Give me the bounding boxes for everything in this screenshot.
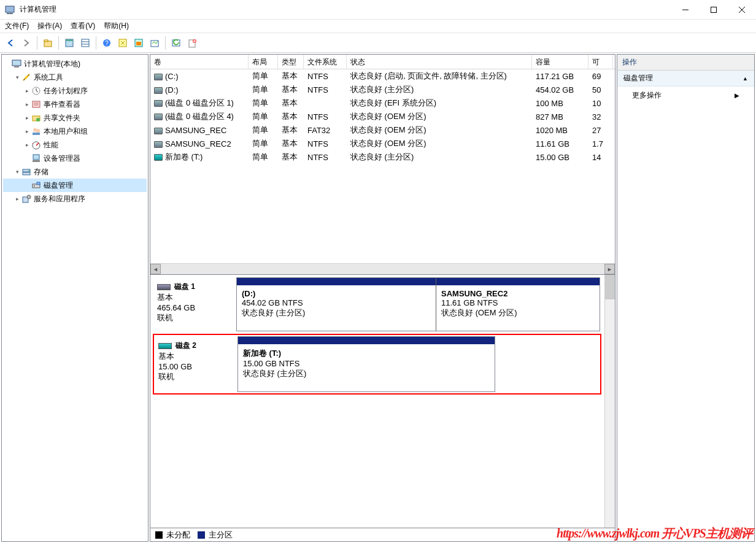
- tree-system-tools[interactable]: ▾ 系统工具: [3, 71, 147, 84]
- clock-icon: [31, 86, 41, 96]
- tree-pane: ▶ 计算机管理(本地) ▾ 系统工具 ▸ 任务计划程序 ▸ 事件查看器 ▸: [1, 54, 148, 542]
- tree-label: 设备管理器: [44, 153, 80, 164]
- properties-button[interactable]: [185, 36, 199, 50]
- tree-task-scheduler[interactable]: ▸ 任务计划程序: [3, 84, 147, 98]
- tree-label: 共享文件夹: [44, 113, 80, 123]
- actions-header: 操作: [617, 55, 754, 71]
- toolbar-btn-a[interactable]: [63, 36, 76, 50]
- svg-line-35: [33, 143, 33, 144]
- minimize-button[interactable]: [671, 0, 700, 20]
- tree-event-viewer[interactable]: ▸ 事件查看器: [3, 98, 147, 111]
- col-volume[interactable]: 卷: [150, 55, 249, 69]
- scroll-thumb[interactable]: [605, 275, 615, 299]
- toolbar-separator: [37, 36, 37, 50]
- svg-point-46: [28, 196, 29, 198]
- back-button[interactable]: [4, 36, 17, 50]
- disk-info[interactable]: 磁盘 1 基本 465.64 GB 联机: [154, 277, 231, 331]
- volume-row[interactable]: (磁盘 0 磁盘分区 1)简单基本状态良好 (EFI 系统分区)100 MB10: [150, 96, 615, 110]
- partition-block[interactable]: SAMSUNG_REC2 11.61 GB NTFS 状态良好 (OEM 分区): [436, 278, 600, 331]
- titlebar: 计算机管理: [0, 0, 756, 20]
- center-pane: 卷 布局 类型 文件系统 状态 容量 可 (C:)简单基本NTFS状态良好 (启…: [150, 54, 615, 542]
- help-button[interactable]: ?: [100, 36, 114, 50]
- toolbar-btn-d[interactable]: [132, 36, 145, 50]
- volume-icon: [154, 114, 163, 120]
- svg-point-40: [28, 170, 29, 171]
- toolbar: ?: [0, 33, 756, 53]
- toolbar-btn-c[interactable]: [116, 36, 129, 50]
- tree-label: 存储: [34, 167, 48, 177]
- tree-storage[interactable]: ▾ 存储: [3, 165, 147, 179]
- expand-icon[interactable]: ▸: [23, 142, 31, 148]
- actions-section-diskmgmt[interactable]: 磁盘管理 ▲: [617, 71, 754, 87]
- expand-icon[interactable]: ▸: [23, 115, 31, 121]
- svg-rect-0: [6, 6, 14, 12]
- volume-row[interactable]: (磁盘 0 磁盘分区 4)简单基本NTFS状态良好 (OEM 分区)827 MB…: [150, 110, 615, 123]
- partition-block[interactable]: 新加卷 (T:) 15.00 GB NTFS 状态良好 (主分区): [238, 337, 495, 391]
- toolbar-btn-b[interactable]: [79, 36, 92, 50]
- col-status[interactable]: 状态: [347, 55, 532, 69]
- scroll-left-icon[interactable]: ◄: [150, 264, 161, 274]
- tree-disk-management[interactable]: ▸ 磁盘管理: [3, 179, 147, 192]
- disk-info[interactable]: 磁盘 2 基本 15.00 GB 联机: [155, 336, 233, 392]
- collapse-icon[interactable]: ▾: [13, 169, 21, 175]
- tree-root[interactable]: ▶ 计算机管理(本地): [3, 57, 147, 71]
- maximize-button[interactable]: [700, 0, 728, 20]
- col-type[interactable]: 类型: [278, 55, 304, 69]
- col-filesystem[interactable]: 文件系统: [304, 55, 347, 69]
- svg-point-30: [36, 118, 40, 121]
- tree-label: 系统工具: [34, 72, 63, 83]
- vertical-scrollbar[interactable]: [604, 275, 615, 528]
- menu-action[interactable]: 操作(A): [37, 21, 62, 31]
- volume-row[interactable]: SAMSUNG_REC2简单基本NTFS状态良好 (OEM 分区)11.61 G…: [150, 137, 615, 150]
- up-level-button[interactable]: [41, 36, 55, 50]
- svg-rect-1: [7, 13, 13, 14]
- collapse-icon[interactable]: ▾: [13, 74, 21, 80]
- col-capacity[interactable]: 容量: [532, 55, 588, 69]
- col-layout[interactable]: 布局: [249, 55, 278, 69]
- forward-button[interactable]: [20, 36, 33, 50]
- folder-shared-icon: [31, 113, 41, 123]
- tree-device-manager[interactable]: ▸ 设备管理器: [3, 152, 147, 165]
- menu-view[interactable]: 查看(V): [71, 21, 95, 31]
- volume-row[interactable]: (C:)简单基本NTFS状态良好 (启动, 页面文件, 故障转储, 主分区)11…: [150, 69, 615, 83]
- legend: 未分配 主分区: [150, 528, 615, 541]
- tree-shared-folders[interactable]: ▸ 共享文件夹: [3, 111, 147, 125]
- actions-more[interactable]: 更多操作 ▶: [617, 87, 754, 104]
- tree-label: 事件查看器: [44, 99, 80, 110]
- tree-performance[interactable]: ▸ 性能: [3, 138, 147, 152]
- disk-row-highlighted: 磁盘 2 基本 15.00 GB 联机 新加卷 (T:) 15.00 GB NT…: [153, 334, 601, 395]
- volume-list-body: (C:)简单基本NTFS状态良好 (启动, 页面文件, 故障转储, 主分区)11…: [150, 69, 615, 263]
- partition-detail: 15.00 GB NTFS: [243, 359, 490, 368]
- expand-icon[interactable]: ▸: [23, 88, 31, 94]
- toolbar-separator: [96, 36, 96, 50]
- disk-status: 联机: [158, 371, 230, 382]
- horizontal-scrollbar[interactable]: ◄ ►: [150, 263, 615, 274]
- partition-block[interactable]: (D:) 454.02 GB NTFS 状态良好 (主分区): [237, 278, 436, 331]
- toolbar-separator: [58, 36, 59, 50]
- close-button[interactable]: [728, 0, 756, 20]
- svg-point-42: [34, 185, 35, 187]
- nav-tree: ▶ 计算机管理(本地) ▾ 系统工具 ▸ 任务计划程序 ▸ 事件查看器 ▸: [2, 55, 148, 208]
- tree-services-apps[interactable]: ▸ 服务和应用程序: [3, 192, 147, 206]
- refresh-button[interactable]: [169, 36, 183, 50]
- services-icon: [21, 194, 31, 204]
- legend-primary: 主分区: [209, 530, 233, 541]
- volume-row[interactable]: (D:)简单基本NTFS状态良好 (主分区)454.02 GB50: [150, 83, 615, 96]
- expand-icon[interactable]: ▸: [23, 128, 31, 134]
- menu-file[interactable]: 文件(F): [5, 21, 29, 31]
- volume-icon: [154, 74, 163, 80]
- expand-icon[interactable]: ▸: [23, 101, 31, 107]
- col-free[interactable]: 可: [588, 55, 613, 69]
- volume-row[interactable]: 新加卷 (T:)简单基本NTFS状态良好 (主分区)15.00 GB14: [150, 150, 615, 164]
- toolbar-btn-e[interactable]: [148, 36, 161, 50]
- twist-icon: ▸: [23, 155, 31, 161]
- tree-label: 本地用户和组: [44, 126, 88, 137]
- volume-row[interactable]: SAMSUNG_REC简单基本FAT32状态良好 (OEM 分区)1020 MB…: [150, 123, 615, 137]
- tree-local-users[interactable]: ▸ 本地用户和组: [3, 125, 147, 138]
- menu-help[interactable]: 帮助(H): [104, 21, 129, 31]
- volume-icon: [154, 128, 163, 134]
- expand-icon[interactable]: ▸: [13, 196, 21, 202]
- scroll-right-icon[interactable]: ►: [604, 264, 615, 274]
- scroll-track[interactable]: [161, 264, 604, 274]
- svg-rect-39: [23, 172, 30, 175]
